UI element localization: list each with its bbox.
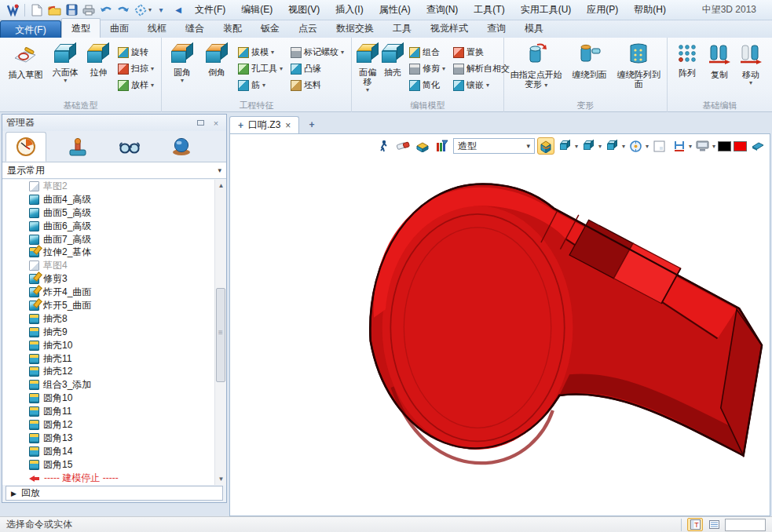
tree-item[interactable]: 曲面6_高级 xyxy=(2,220,226,233)
dropdown-arrow-icon[interactable]: ▾ xyxy=(598,143,602,150)
new-file-icon[interactable] xyxy=(29,2,45,18)
tab-tools[interactable]: 工具 xyxy=(383,19,421,38)
tree-item[interactable]: 炸开4_曲面 xyxy=(2,286,226,299)
menu-attributes[interactable]: 属性(A) xyxy=(372,1,418,19)
mark-thread-button[interactable]: 标记螺纹 ▾ xyxy=(288,45,346,60)
tree-item-history-stop[interactable]: ----- 建模停止 ----- xyxy=(2,472,226,485)
combine-button[interactable]: 组合 xyxy=(407,45,448,60)
tree-item[interactable]: 炸开5_曲面 xyxy=(2,299,226,312)
tab-data-exchange[interactable]: 数据交换 xyxy=(327,19,383,38)
close-tab-icon[interactable]: × xyxy=(285,120,291,131)
simplify-button[interactable]: 简化 xyxy=(407,78,448,93)
deform-from-point-button[interactable]: 由指定点开始变形 ▾ xyxy=(507,39,565,89)
display-monitor-button[interactable] xyxy=(694,137,712,155)
print-icon[interactable] xyxy=(81,2,97,18)
menu-help[interactable]: 帮助(H) xyxy=(627,1,673,19)
dropdown-arrow-icon[interactable]: ▾ xyxy=(271,49,274,56)
tab-surface[interactable]: 曲面 xyxy=(101,19,138,38)
tree-item[interactable]: 圆角12 xyxy=(2,418,226,432)
loft-button[interactable]: 放样 ▾ xyxy=(115,78,156,93)
dropdown-arrow-icon[interactable]: ▾ xyxy=(341,49,344,56)
extrude-button[interactable]: 拉伸 xyxy=(83,39,114,77)
tree-item[interactable]: 圆角15 xyxy=(2,458,226,472)
tab-visual-style[interactable]: 视觉样式 xyxy=(421,19,477,38)
dropdown-arrow-icon[interactable]: ▾ xyxy=(442,65,445,72)
tab-shape[interactable]: 造型 xyxy=(61,18,101,38)
tree-item[interactable]: 草图2 xyxy=(2,180,226,193)
pattern-button[interactable]: 阵列 xyxy=(671,39,704,78)
panel-close-icon[interactable]: × xyxy=(210,118,222,129)
flange-button[interactable]: 凸缘 xyxy=(288,61,346,76)
tree-item[interactable]: 圆角11 xyxy=(2,405,226,418)
tree-item[interactable]: 抽壳10 xyxy=(2,339,226,352)
view-orientation-button[interactable] xyxy=(557,137,574,155)
tree-item[interactable]: 抽壳12 xyxy=(2,365,226,378)
wrap-pattern-to-face-button[interactable]: 缠绕阵列到面 xyxy=(613,39,664,89)
eraser-icon[interactable] xyxy=(394,137,412,155)
panel-restore-icon[interactable] xyxy=(194,118,207,129)
whistle-model[interactable] xyxy=(309,164,770,501)
dropdown-arrow-icon[interactable]: ▾ xyxy=(575,143,578,150)
tree-item[interactable]: 曲面4_高级 xyxy=(2,193,226,206)
visual-style-button[interactable] xyxy=(604,137,621,155)
sweep-button[interactable]: 扫掠 ▾ xyxy=(115,61,156,76)
dropdown-arrow-icon[interactable]: ▾ xyxy=(64,77,67,84)
scrollbar-thumb[interactable] xyxy=(216,288,225,382)
assembly-manager-tab[interactable] xyxy=(57,132,98,162)
stock-button[interactable]: 坯料 xyxy=(288,78,346,93)
tab-assembly[interactable]: 装配 xyxy=(214,19,251,38)
dropdown-arrow-icon[interactable]: ▾ xyxy=(366,86,369,93)
dropdown-arrow-icon[interactable]: ▾ xyxy=(689,143,692,150)
filter-icon[interactable] xyxy=(434,137,451,155)
inlay-button[interactable]: 镶嵌 ▾ xyxy=(451,78,512,93)
tree-item[interactable]: 修剪3 xyxy=(2,272,226,286)
edge-color-swatch-black[interactable] xyxy=(718,141,731,151)
scroll-down-icon[interactable]: ▼ xyxy=(215,473,226,485)
history-manager-tab[interactable] xyxy=(5,132,46,162)
menu-insert[interactable]: 插入(I) xyxy=(328,1,370,19)
show-target-icon[interactable] xyxy=(414,137,431,155)
face-offset-button[interactable]: 面偏移 ▾ xyxy=(355,39,380,93)
tree-item[interactable]: 圆角14 xyxy=(2,445,226,458)
menu-utilities[interactable]: 实用工具(U) xyxy=(514,1,579,19)
tree-item[interactable]: 拉伸2_基体 xyxy=(2,246,226,259)
resolve-self-intersection-button[interactable]: 解析自相交 xyxy=(451,61,512,76)
scroll-up-icon[interactable]: ▲ xyxy=(215,180,226,191)
menu-view[interactable]: 视图(V) xyxy=(281,1,327,19)
exit-walk-icon[interactable] xyxy=(375,137,392,155)
box-button[interactable]: 六面体 ▾ xyxy=(48,39,83,84)
insert-sketch-button[interactable]: 插入草图 xyxy=(3,39,48,79)
visibility-manager-tab[interactable] xyxy=(109,132,150,162)
mode-select[interactable]: 造型 ▾ xyxy=(453,138,535,154)
tree-item[interactable]: 草图4 xyxy=(2,259,226,272)
menu-file[interactable]: 文件(F) xyxy=(188,1,232,19)
menu-edit[interactable]: 编辑(E) xyxy=(234,1,280,19)
hole-tools-button[interactable]: 孔工具 ▾ xyxy=(236,61,285,76)
replace-button[interactable]: 置换 xyxy=(451,45,512,60)
shaded-display-button[interactable] xyxy=(537,137,554,155)
graphics-area[interactable]: 造型 ▾ ▾ ▾ ▾ ▾ ▾ ▾ xyxy=(229,133,770,516)
undo-icon[interactable] xyxy=(98,2,114,18)
face-color-swatch-red[interactable] xyxy=(734,141,747,151)
dropdown-arrow-icon[interactable]: ▾ xyxy=(280,65,283,72)
tree-item[interactable]: 抽壳9 xyxy=(2,326,226,339)
menu-inquire[interactable]: 查询(N) xyxy=(419,1,466,19)
tree-scrollbar[interactable]: ▲ ▼ xyxy=(214,180,226,485)
tab-sheetmetal[interactable]: 钣金 xyxy=(251,19,289,38)
expand-triangle-icon[interactable]: ▶ xyxy=(11,490,16,497)
material-render-icon[interactable] xyxy=(749,137,767,155)
tree-item[interactable]: 抽壳8 xyxy=(2,312,226,326)
display-mode-button[interactable] xyxy=(580,137,598,155)
draft-button[interactable]: 拔模 ▾ xyxy=(236,45,285,60)
quick-access-dropdown-icon[interactable]: ▾ xyxy=(148,6,152,13)
copy-button[interactable]: 复制 xyxy=(704,39,735,79)
dropdown-arrow-icon[interactable]: ▾ xyxy=(749,79,752,86)
menu-applications[interactable]: 应用(P) xyxy=(580,1,625,19)
tab-pointcloud[interactable]: 点云 xyxy=(289,19,327,38)
revolve-button[interactable]: 旋转 xyxy=(115,45,156,60)
trim-button[interactable]: 修剪 ▾ xyxy=(407,61,448,76)
tree-item[interactable]: 曲面7_高级 xyxy=(2,233,226,246)
dropdown-arrow-icon[interactable]: ▾ xyxy=(151,65,154,72)
tab-sew[interactable]: 缝合 xyxy=(176,19,214,38)
save-icon[interactable] xyxy=(64,2,79,18)
